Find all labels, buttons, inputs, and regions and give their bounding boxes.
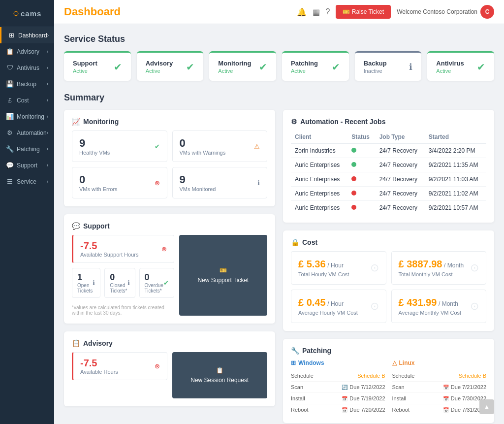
sidebar-item-service[interactable]: ☰ Service › xyxy=(0,173,54,190)
service-status-patching: Active xyxy=(291,68,318,74)
scroll-to-top-button[interactable]: ▲ xyxy=(479,399,494,414)
advisory-title: 📋 Advisory xyxy=(72,339,267,347)
windows-patch-rows: Scan 🔄 Due 7/12/2022 Install 📅 Due 7/19/… xyxy=(291,382,385,415)
main-content: Dashboard 🔔 ▦ ? 🎫 Raise Ticket Welcome C… xyxy=(54,0,504,424)
sidebar-item-antivirus[interactable]: 🛡 Antivirus › xyxy=(0,60,54,76)
sidebar-item-monitoring[interactable]: 📊 Monitoring › xyxy=(0,108,54,125)
welcome-label: Welcome Contoso Corporation xyxy=(397,8,477,15)
patching-grid: ⊞ Windows Schedule Schedule B Scan 🔄 Due… xyxy=(291,359,486,415)
summary-left: 📈 Monitoring 9 Healthy VMs ✔ 0 VMs with … xyxy=(64,110,275,423)
grid-icon[interactable]: ▦ xyxy=(313,7,320,17)
status-dot xyxy=(351,176,356,181)
notifications-icon[interactable]: 🔔 xyxy=(297,7,307,17)
sidebar-nav: ⊞ Dashboard › 📋 Advisory › 🛡 Antivirus ›… xyxy=(0,27,54,424)
service-status-row: Support Active ✔ Advisory Active ✔ Monit… xyxy=(64,51,494,81)
welcome-text: Welcome Contoso Corporation C xyxy=(397,5,494,19)
monitoring-panel: 📈 Monitoring 9 Healthy VMs ✔ 0 VMs with … xyxy=(64,110,275,206)
sidebar-item-advisory[interactable]: 📋 Advisory › xyxy=(0,43,54,60)
auto-status xyxy=(347,172,376,187)
new-ticket-label: New Support Ticket xyxy=(197,277,249,284)
service-status-advisory: Active xyxy=(146,68,173,74)
calendar-icon: 📅 xyxy=(443,396,449,401)
patch-val: 📅 Due 7/21/2022 xyxy=(443,384,486,390)
raise-ticket-button[interactable]: 🎫 Raise Ticket xyxy=(336,5,391,19)
header-right: 🔔 ▦ ? 🎫 Raise Ticket Welcome Contoso Cor… xyxy=(297,5,494,19)
backup-icon: 💾 xyxy=(6,80,14,88)
patching-icon: 🔧 xyxy=(291,347,299,355)
automation-title: ⚙ Automation - Recent Jobs xyxy=(291,118,486,126)
chevron-support: › xyxy=(47,163,48,168)
service-status-monitoring: Active xyxy=(218,68,251,74)
support-icon: 💬 xyxy=(6,162,14,169)
automation-table: ClientStatusJob TypeStarted Zorin Indust… xyxy=(291,130,486,215)
chevron-patching: › xyxy=(47,146,48,152)
support-label: Support xyxy=(83,222,110,230)
auto-started: 9/2/2021 11:03 AM xyxy=(425,172,486,187)
new-session-request-button[interactable]: 📋 New Session Request xyxy=(172,352,268,398)
automation-panel: ⚙ Automation - Recent Jobs ClientStatusJ… xyxy=(283,110,494,223)
sidebar-item-dashboard[interactable]: ⊞ Dashboard › xyxy=(0,27,54,43)
user-avatar[interactable]: C xyxy=(480,5,494,19)
advisory-grid: -7.5 Available Hours ⊗ 📋 New Session Req… xyxy=(72,352,267,398)
cost-label: Cost xyxy=(302,238,317,246)
support-title: 💬 Support xyxy=(72,222,267,230)
service-card-backup: Backup Inactive ℹ xyxy=(355,51,422,81)
advisory-hours-label: Available Hours xyxy=(80,369,118,375)
linux-schedule-label: Schedule xyxy=(392,373,415,379)
header: Dashboard 🔔 ▦ ? 🎫 Raise Ticket Welcome C… xyxy=(54,0,504,24)
chevron-automation: › xyxy=(47,130,48,135)
sidebar-item-patching[interactable]: 🔧 Patching › xyxy=(0,141,54,157)
cost-period: / Month xyxy=(439,300,458,307)
cost-period: / Hour xyxy=(327,300,344,307)
ticket-cell-closed-tickets*: 0 Closed Tickets* ℹ xyxy=(104,268,135,298)
service-status-antivirus: Active xyxy=(436,68,464,74)
service-icon: ☰ xyxy=(6,178,14,185)
chevron-backup: › xyxy=(47,81,48,87)
patch-key: Install xyxy=(291,395,305,401)
status-icon-backup: ℹ xyxy=(409,62,412,72)
windows-patch-row-install: Install 📅 Due 7/19/2022 xyxy=(291,393,385,404)
chevron-service: › xyxy=(47,179,48,184)
monitoring-title: 📈 Monitoring xyxy=(72,118,267,126)
ticket-icon-info: ℹ xyxy=(93,279,95,287)
linux-label: Linux xyxy=(399,359,415,366)
support-left-col: -7.5 Available Support Hours ⊗ 1 Open Ti… xyxy=(72,235,174,316)
auto-jobtype: 24/7 Recovery xyxy=(376,158,425,172)
sidebar-item-cost[interactable]: £ Cost › xyxy=(0,92,54,108)
windows-icon: ⊞ xyxy=(291,359,296,366)
sidebar-label-backup: Backup xyxy=(17,81,36,88)
cost-label: Average Monthly VM Cost xyxy=(399,310,462,316)
new-session-label: New Session Request xyxy=(190,377,249,384)
monitoring-icon: 📊 xyxy=(6,113,14,120)
sidebar-item-automation[interactable]: ⚙ Automation › xyxy=(0,125,54,141)
calendar-icon: 📅 xyxy=(342,396,347,401)
support-grid: -7.5 Available Support Hours ⊗ 1 Open Ti… xyxy=(72,235,267,316)
error-icon: ⊗ xyxy=(161,245,167,253)
automation-label: Automation - Recent Jobs xyxy=(300,118,385,126)
windows-schedule-link[interactable]: Schedule B xyxy=(357,373,385,379)
page-title: Dashboard xyxy=(64,5,121,18)
sidebar-logo: ○ cams xyxy=(0,0,54,27)
cost-amount: £ 0.45 xyxy=(298,297,326,308)
sidebar-item-support[interactable]: 💬 Support › xyxy=(0,157,54,173)
monitor-value: 9 xyxy=(180,173,216,186)
session-btn-icon: 📋 xyxy=(216,367,223,374)
linux-patch-rows: Scan 📅 Due 7/21/2022 Install 📅 Due 7/30/… xyxy=(392,382,487,415)
linux-schedule-link[interactable]: Schedule B xyxy=(459,373,486,379)
advisory-hours-metric: -7.5 Available Hours ⊗ xyxy=(72,352,167,380)
patching-linux: △ Linux Schedule Schedule B Scan 📅 Due 7… xyxy=(392,359,487,415)
sidebar-label-antivirus: Antivirus xyxy=(17,65,39,71)
service-status-title: Service Status xyxy=(64,34,494,44)
cost-stack-icon: ⊙ xyxy=(470,300,479,313)
status-dot xyxy=(351,148,356,153)
cost-label: Total Monthly VM Cost xyxy=(399,271,464,277)
auto-status xyxy=(347,201,376,215)
table-row: Auric Enterprises 24/7 Recovery 9/2/2021… xyxy=(291,172,486,187)
advisory-panel: 📋 Advisory -7.5 Available Hours ⊗ 📋 xyxy=(64,331,275,406)
sidebar-item-backup[interactable]: 💾 Backup › xyxy=(0,76,54,92)
help-icon[interactable]: ? xyxy=(326,7,330,16)
new-support-ticket-button[interactable]: 🎫 New Support Ticket xyxy=(179,235,267,316)
cost-grid: £ 5.36 / Hour Total Hourly VM Cost ⊙ £ 3… xyxy=(291,251,486,323)
linux-title: △ Linux xyxy=(392,359,487,366)
cost-icon: 🔒 xyxy=(291,238,299,246)
